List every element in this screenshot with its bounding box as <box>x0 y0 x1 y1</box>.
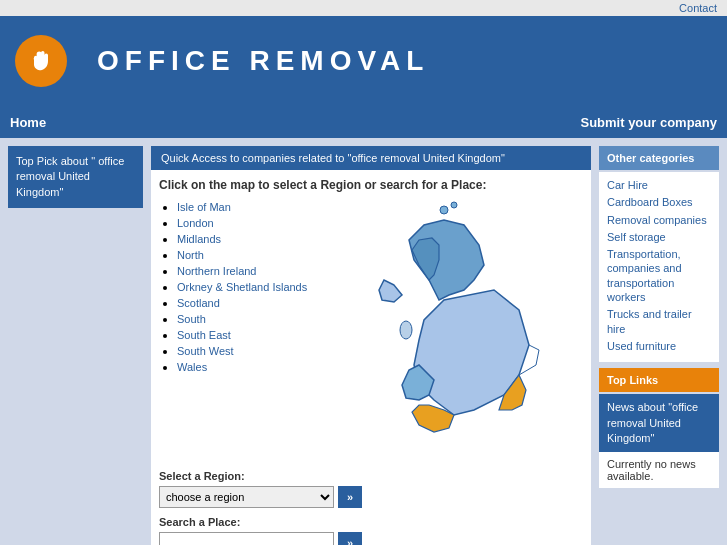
region-link[interactable]: Scotland <box>177 297 220 309</box>
list-item: South West <box>177 344 329 358</box>
nav-home[interactable]: Home <box>10 115 46 130</box>
contact-link[interactable]: Contact <box>679 2 717 14</box>
svg-point-8 <box>451 202 457 208</box>
search-place-label: Search a Place: <box>159 516 583 528</box>
no-news: Currently no news available. <box>599 452 719 488</box>
top-links-header: Top Links <box>599 368 719 392</box>
region-link[interactable]: North <box>177 249 204 261</box>
svg-text:☜: ☜ <box>32 51 49 72</box>
svg-line-11 <box>529 345 539 350</box>
categories-list: Car HireCardboard BoxesRemoval companies… <box>599 172 719 362</box>
go-region-button[interactable]: » <box>338 486 362 508</box>
map-container <box>339 200 583 460</box>
region-link[interactable]: Isle of Man <box>177 201 231 213</box>
svg-marker-4 <box>379 280 402 302</box>
select-region-section: Select a Region: choose a region Isle of… <box>159 470 583 545</box>
news-box: News about "office removal United Kingdo… <box>599 394 719 452</box>
category-link[interactable]: Cardboard Boxes <box>607 195 711 209</box>
center-body: Click on the map to select a Region or s… <box>151 170 591 545</box>
list-item: Scotland <box>177 296 329 310</box>
svg-point-7 <box>440 206 448 214</box>
header: ☜ OFFICE REMOVAL <box>0 16 727 106</box>
select-region-row: choose a region Isle of ManLondonMidland… <box>159 486 583 508</box>
region-list: Isle of ManLondonMidlandsNorthNorthern I… <box>159 200 329 460</box>
quick-access-bar: Quick Access to companies related to "of… <box>151 146 591 170</box>
region-link[interactable]: London <box>177 217 214 229</box>
regions-ul: Isle of ManLondonMidlandsNorthNorthern I… <box>159 200 329 374</box>
list-item: Northern Ireland <box>177 264 329 278</box>
list-item: Isle of Man <box>177 200 329 214</box>
select-region-label: Select a Region: <box>159 470 583 482</box>
svg-point-6 <box>400 321 412 339</box>
region-link[interactable]: Northern Ireland <box>177 265 257 277</box>
map-area: Isle of ManLondonMidlandsNorthNorthern I… <box>159 200 583 460</box>
click-map-label: Click on the map to select a Region or s… <box>159 178 583 192</box>
nav-submit[interactable]: Submit your company <box>580 115 717 130</box>
hand-icon: ☜ <box>27 47 55 75</box>
site-title: OFFICE REMOVAL <box>97 45 429 77</box>
region-link[interactable]: South <box>177 313 206 325</box>
list-item: South <box>177 312 329 326</box>
logo-circle: ☜ <box>15 35 67 87</box>
uk-map <box>364 200 559 460</box>
list-item: Orkney & Shetland Islands <box>177 280 329 294</box>
place-input[interactable] <box>159 532 334 545</box>
category-link[interactable]: Self storage <box>607 230 711 244</box>
list-item: Midlands <box>177 232 329 246</box>
list-item: South East <box>177 328 329 342</box>
region-link[interactable]: Wales <box>177 361 207 373</box>
region-link[interactable]: South East <box>177 329 231 341</box>
region-link[interactable]: Midlands <box>177 233 221 245</box>
region-link[interactable]: Orkney & Shetland Islands <box>177 281 307 293</box>
category-link[interactable]: Trucks and trailer hire <box>607 307 711 336</box>
main-content: Top Pick about " office removal United K… <box>0 138 727 545</box>
nav-bar: Home Submit your company <box>0 106 727 138</box>
svg-line-12 <box>536 350 539 365</box>
search-place-row: » <box>159 532 583 545</box>
region-select[interactable]: choose a region Isle of ManLondonMidland… <box>159 486 334 508</box>
svg-marker-5 <box>412 238 439 280</box>
list-item: London <box>177 216 329 230</box>
right-sidebar: Other categories Car HireCardboard Boxes… <box>599 146 719 545</box>
other-categories-header: Other categories <box>599 146 719 170</box>
go-place-button[interactable]: » <box>338 532 362 545</box>
list-item: Wales <box>177 360 329 374</box>
top-pick-box: Top Pick about " office removal United K… <box>8 146 143 208</box>
region-link[interactable]: South West <box>177 345 234 357</box>
list-item: North <box>177 248 329 262</box>
contact-bar: Contact <box>0 0 727 16</box>
left-sidebar: Top Pick about " office removal United K… <box>8 146 143 545</box>
category-link[interactable]: Used furniture <box>607 339 711 353</box>
category-link[interactable]: Removal companies <box>607 213 711 227</box>
category-link[interactable]: Transportation, companies and transporta… <box>607 247 711 304</box>
category-link[interactable]: Car Hire <box>607 178 711 192</box>
center-panel: Quick Access to companies related to "of… <box>151 146 591 545</box>
